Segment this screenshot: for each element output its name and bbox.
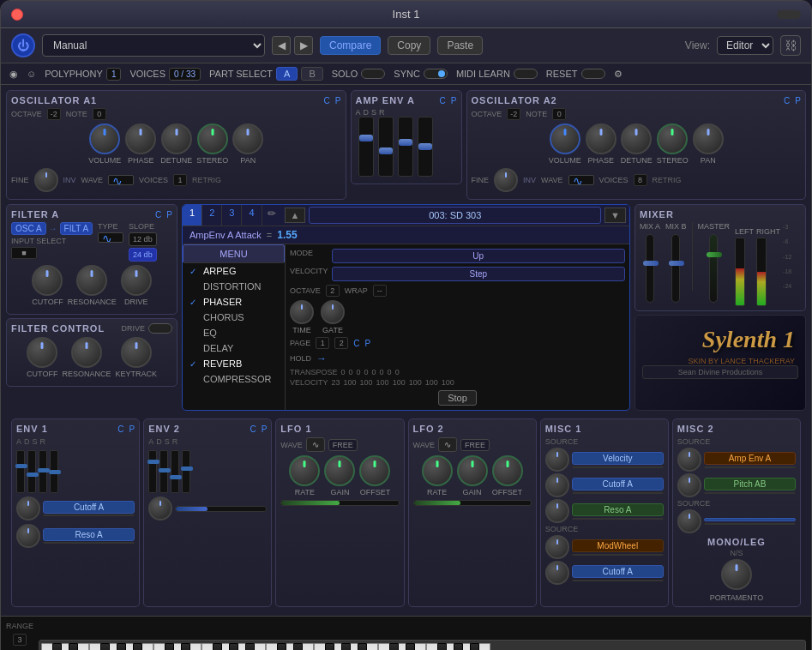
osc-a2-wave-indicator[interactable] — [568, 175, 594, 185]
osc-a2-stereo-knob[interactable] — [657, 123, 688, 154]
arp-tab-1[interactable]: 1 — [183, 205, 202, 226]
page-2[interactable]: 2 — [334, 337, 348, 349]
arp-item-delay[interactable]: DELAY — [183, 340, 285, 356]
misc1-velocity-dropdown[interactable]: Velocity — [572, 452, 664, 465]
osc-a1-phase-knob[interactable] — [125, 123, 156, 154]
portamento-knob[interactable] — [721, 559, 752, 590]
lfo2-gain-knob[interactable] — [457, 455, 488, 486]
key-cs3[interactable] — [277, 643, 286, 650]
osc-a1-volume-knob[interactable] — [89, 123, 120, 154]
lfo1-rate-knob[interactable] — [289, 455, 320, 486]
polyphony-counter[interactable]: 1 — [106, 68, 122, 81]
lfo1-slider[interactable] — [280, 500, 399, 506]
power-button[interactable]: ⏻ — [11, 33, 35, 57]
key-gs3[interactable] — [341, 643, 351, 650]
next-preset-button[interactable]: ▶ — [294, 36, 313, 55]
arp-tab-4[interactable]: 4 — [242, 205, 262, 226]
fc-resonance-knob[interactable] — [71, 337, 102, 368]
key-ds1[interactable] — [69, 643, 78, 650]
key-as1[interactable] — [133, 643, 142, 650]
arp-next-button[interactable]: ▼ — [604, 208, 626, 223]
a2-octave-value[interactable]: -2 — [507, 108, 520, 120]
key-cs4[interactable] — [389, 643, 399, 650]
arp-item-distortion[interactable]: DISTORTION — [183, 279, 285, 294]
master-fader[interactable] — [709, 234, 718, 303]
key-fs3[interactable] — [325, 643, 334, 650]
a2-inv-label[interactable]: INV — [523, 176, 536, 184]
env2-decay-thumb[interactable] — [159, 468, 171, 472]
part-a-button[interactable]: A — [276, 67, 298, 81]
env2-c-btn[interactable]: C — [250, 424, 256, 434]
prev-preset-button[interactable]: ◀ — [272, 36, 291, 55]
preset-dropdown[interactable]: Manual — [42, 34, 265, 57]
stop-button[interactable]: Stop — [438, 390, 477, 406]
env1-slider1[interactable] — [43, 515, 135, 516]
env1-release-thumb[interactable] — [49, 470, 61, 474]
release-thumb[interactable] — [418, 143, 432, 150]
misc2-knob1[interactable] — [677, 448, 701, 472]
misc1-slider4[interactable] — [572, 554, 664, 556]
attack-thumb[interactable] — [359, 135, 373, 141]
env1-sustain-thumb[interactable] — [38, 468, 50, 472]
env1-attack-fader[interactable] — [16, 450, 25, 493]
velocity-btn[interactable]: Step — [332, 267, 625, 281]
sync-toggle[interactable] — [424, 69, 448, 79]
arp-tab-3[interactable]: 3 — [222, 205, 242, 226]
osc-a1-pan-knob[interactable] — [232, 123, 263, 154]
osc-a2-c-btn[interactable]: C — [784, 96, 790, 105]
copy-button[interactable]: Copy — [388, 36, 430, 55]
lfo2-rate-knob[interactable] — [422, 455, 453, 486]
key-as3[interactable] — [358, 643, 367, 650]
misc2-slider3[interactable] — [704, 523, 796, 525]
a2-note-value[interactable]: 0 — [552, 108, 566, 120]
wrap-val[interactable]: -- — [373, 285, 387, 297]
part-b-button[interactable]: B — [301, 67, 322, 81]
misc1-slider5[interactable] — [572, 580, 664, 581]
env2-sustain-fader[interactable] — [171, 450, 179, 493]
misc1-slider2[interactable] — [572, 492, 664, 494]
filter-resonance-knob[interactable] — [76, 265, 107, 296]
key-as4[interactable] — [470, 643, 479, 650]
osc-a2-volume-knob[interactable] — [550, 123, 580, 154]
misc1-knob5[interactable] — [545, 561, 569, 585]
misc2-knob2[interactable] — [677, 473, 701, 497]
env1-release-fader[interactable] — [50, 450, 58, 493]
env1-decay-fader[interactable] — [27, 450, 36, 493]
octave-value[interactable]: -2 — [47, 108, 61, 120]
mix-a-thumb[interactable] — [643, 261, 659, 266]
reset-toggle[interactable] — [581, 69, 605, 79]
key-ds3[interactable] — [293, 643, 303, 650]
settings-icon[interactable]: ⚙ — [614, 69, 623, 80]
misc1-modwheel-dropdown[interactable]: ModWheel — [572, 539, 664, 552]
env2-attack-thumb[interactable] — [147, 460, 159, 464]
key-gs1[interactable] — [117, 643, 126, 650]
env2-sustain-thumb[interactable] — [170, 475, 182, 479]
misc2-empty-dropdown[interactable] — [704, 518, 796, 521]
env1-decay-thumb[interactable] — [27, 472, 39, 477]
voices-small-value[interactable]: 1 — [173, 174, 187, 186]
env1-knob2[interactable] — [16, 524, 40, 548]
page-c-btn[interactable]: C — [353, 339, 359, 348]
filt-a-badge[interactable]: FILT A — [60, 222, 93, 235]
page-1[interactable]: 1 — [316, 337, 329, 349]
osc-a1-wave-indicator[interactable] — [108, 175, 134, 185]
misc1-slider3[interactable] — [572, 518, 664, 520]
release-slider[interactable] — [418, 117, 433, 177]
menu-button[interactable]: MENU — [183, 244, 285, 263]
attack-slider[interactable] — [358, 117, 374, 177]
key-gs4[interactable] — [454, 643, 463, 650]
mix-a-fader[interactable] — [646, 234, 654, 303]
osc-a1-stereo-knob[interactable] — [197, 123, 228, 154]
osc-a2-detune-knob[interactable] — [621, 123, 652, 154]
misc1-slider1[interactable] — [572, 466, 664, 468]
env1-slider2[interactable] — [43, 542, 135, 544]
env1-knob1[interactable] — [16, 497, 40, 521]
env2-attack-fader[interactable] — [148, 450, 157, 493]
osc-a2-pan-knob[interactable] — [693, 123, 724, 154]
piano-keyboard[interactable]: .piano-keys { display: flex; align-items… — [39, 640, 806, 650]
fc-cutoff-knob[interactable] — [27, 337, 57, 368]
decay-slider[interactable] — [378, 117, 394, 177]
misc1-knob3[interactable] — [545, 499, 569, 523]
lfo1-offset-knob[interactable] — [359, 455, 390, 486]
arp-item-arpeg[interactable]: ✓ ARPEG — [183, 263, 285, 279]
